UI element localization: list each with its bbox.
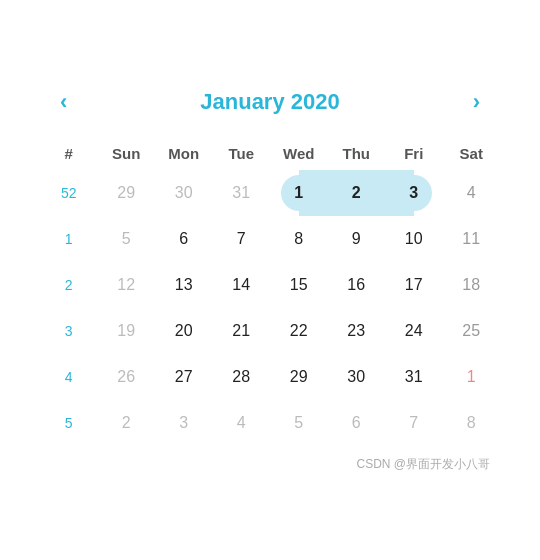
day-label: 18 <box>462 276 480 293</box>
calendar-day[interactable]: 6 <box>328 400 386 446</box>
day-label: 9 <box>352 230 361 247</box>
calendar-day[interactable]: 22 <box>270 308 328 354</box>
calendar-day[interactable]: 14 <box>213 262 271 308</box>
calendar-day[interactable]: 19 <box>98 308 156 354</box>
day-label: 31 <box>405 368 423 385</box>
calendar-day[interactable]: 25 <box>443 308 501 354</box>
calendar-week-row: 52345678 <box>40 400 500 446</box>
day-label: 26 <box>117 368 135 385</box>
calendar-day[interactable]: 7 <box>385 400 443 446</box>
day-label: 8 <box>467 414 476 431</box>
calendar-day[interactable]: 4 <box>443 170 501 216</box>
calendar-day[interactable]: 29 <box>270 354 328 400</box>
calendar-day[interactable]: 2 <box>98 400 156 446</box>
day-label: 15 <box>290 276 308 293</box>
day-label: 13 <box>175 276 193 293</box>
calendar-day[interactable]: 1 <box>443 354 501 400</box>
calendar-header-row: #SunMonTueWedThuFriSat <box>40 137 500 170</box>
calendar-day[interactable]: 2 <box>328 170 386 216</box>
calendar-week-row: 522930311234 <box>40 170 500 216</box>
calendar-week-row: 212131415161718 <box>40 262 500 308</box>
week-number: 52 <box>40 170 98 216</box>
calendar-day[interactable]: 24 <box>385 308 443 354</box>
day-label: 5 <box>294 414 303 431</box>
calendar-week-row: 319202122232425 <box>40 308 500 354</box>
day-label: 17 <box>405 276 423 293</box>
day-label: 2 <box>122 414 131 431</box>
calendar-day[interactable]: 1 <box>270 170 328 216</box>
calendar-day[interactable]: 27 <box>155 354 213 400</box>
calendar-day[interactable]: 31 <box>385 354 443 400</box>
calendar-day[interactable]: 3 <box>385 170 443 216</box>
day-label: 29 <box>290 368 308 385</box>
calendar-day[interactable]: 5 <box>270 400 328 446</box>
calendar-day[interactable]: 16 <box>328 262 386 308</box>
day-label: 4 <box>237 414 246 431</box>
calendar-day[interactable]: 11 <box>443 216 501 262</box>
calendar-day[interactable]: 9 <box>328 216 386 262</box>
week-number: 1 <box>40 216 98 262</box>
footer-text: CSDN @界面开发小八哥 <box>40 456 500 473</box>
week-number: 5 <box>40 400 98 446</box>
col-header-tue: Tue <box>213 137 271 170</box>
week-number: 2 <box>40 262 98 308</box>
day-label: 25 <box>462 322 480 339</box>
calendar-day[interactable]: 21 <box>213 308 271 354</box>
calendar-day[interactable]: 12 <box>98 262 156 308</box>
calendar-day[interactable]: 15 <box>270 262 328 308</box>
calendar-day[interactable]: 8 <box>443 400 501 446</box>
day-label: 12 <box>117 276 135 293</box>
col-header-wed: Wed <box>270 137 328 170</box>
day-label: 28 <box>232 368 250 385</box>
calendar-day[interactable]: 29 <box>98 170 156 216</box>
prev-month-button[interactable]: ‹ <box>50 87 77 117</box>
calendar-day[interactable]: 5 <box>98 216 156 262</box>
calendar-day[interactable]: 23 <box>328 308 386 354</box>
calendar-day[interactable]: 20 <box>155 308 213 354</box>
day-label: 1 <box>467 368 476 385</box>
calendar-day[interactable]: 31 <box>213 170 271 216</box>
next-month-button[interactable]: › <box>463 87 490 117</box>
day-label: 5 <box>122 230 131 247</box>
calendar-header: ‹ January 2020 › <box>40 87 500 117</box>
calendar-day[interactable]: 30 <box>328 354 386 400</box>
month-title: January 2020 <box>200 89 339 115</box>
calendar-day[interactable]: 17 <box>385 262 443 308</box>
calendar-day[interactable]: 4 <box>213 400 271 446</box>
day-label: 14 <box>232 276 250 293</box>
day-label: 1 <box>294 184 303 201</box>
calendar-day[interactable]: 7 <box>213 216 271 262</box>
day-label: 31 <box>232 184 250 201</box>
col-header-fri: Fri <box>385 137 443 170</box>
day-label: 6 <box>179 230 188 247</box>
col-header-sat: Sat <box>443 137 501 170</box>
day-label: 30 <box>175 184 193 201</box>
col-header-sun: Sun <box>98 137 156 170</box>
col-header-#: # <box>40 137 98 170</box>
day-label: 8 <box>294 230 303 247</box>
calendar-day[interactable]: 10 <box>385 216 443 262</box>
calendar-day[interactable]: 13 <box>155 262 213 308</box>
calendar-week-row: 1567891011 <box>40 216 500 262</box>
day-label: 19 <box>117 322 135 339</box>
day-label: 11 <box>462 230 480 247</box>
calendar-day[interactable]: 30 <box>155 170 213 216</box>
day-label: 30 <box>347 368 365 385</box>
week-number: 4 <box>40 354 98 400</box>
day-label: 10 <box>405 230 423 247</box>
day-label: 3 <box>179 414 188 431</box>
day-label: 6 <box>352 414 361 431</box>
day-label: 21 <box>232 322 250 339</box>
calendar-day[interactable]: 3 <box>155 400 213 446</box>
col-header-mon: Mon <box>155 137 213 170</box>
calendar-day[interactable]: 28 <box>213 354 271 400</box>
calendar-day[interactable]: 6 <box>155 216 213 262</box>
day-label: 22 <box>290 322 308 339</box>
calendar-table: #SunMonTueWedThuFriSat 52293031123415678… <box>40 137 500 446</box>
calendar-day[interactable]: 26 <box>98 354 156 400</box>
calendar-day[interactable]: 18 <box>443 262 501 308</box>
day-label: 7 <box>409 414 418 431</box>
day-label: 7 <box>237 230 246 247</box>
day-label: 3 <box>409 184 418 201</box>
calendar-day[interactable]: 8 <box>270 216 328 262</box>
